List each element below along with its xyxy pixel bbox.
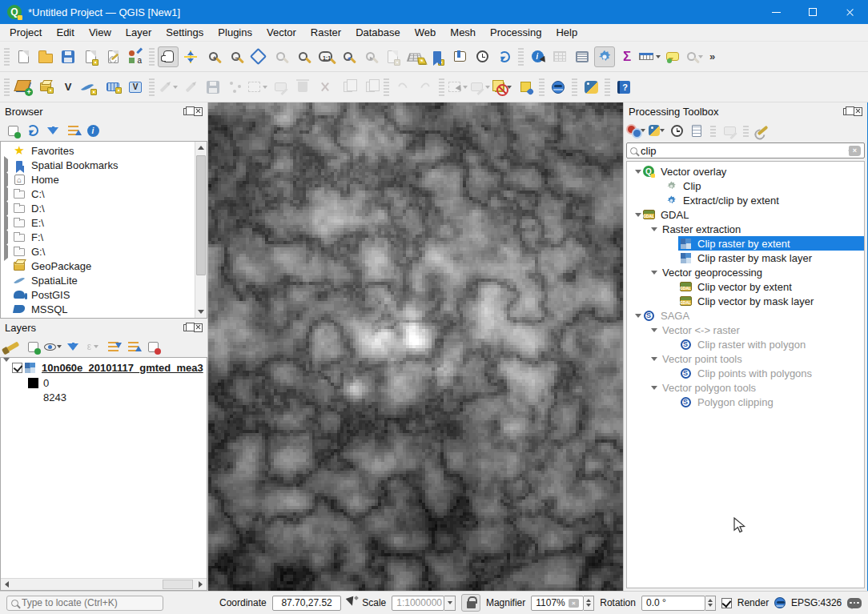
identify-features-button[interactable]: i — [527, 46, 548, 67]
toolbar-grip[interactable] — [572, 78, 577, 96]
collapse-all-button[interactable] — [124, 338, 142, 355]
zoom-last-button[interactable]: ◂ — [337, 46, 358, 67]
rotation-value[interactable]: 0.0 ° — [641, 596, 705, 611]
clear-search-icon[interactable]: × — [849, 146, 861, 156]
save-project-button[interactable] — [58, 46, 78, 67]
expand-all-button[interactable] — [104, 338, 122, 355]
pan-map-button[interactable] — [158, 46, 179, 67]
paste-features-button[interactable] — [360, 77, 380, 98]
digitize-button[interactable] — [225, 77, 246, 98]
locator-input[interactable] — [22, 597, 159, 608]
python-scripts-button[interactable] — [648, 122, 665, 139]
toolbox-alg[interactable]: GDALClip vector by extent — [627, 279, 864, 294]
expander-icon[interactable] — [651, 328, 657, 332]
toolbar-grip[interactable] — [539, 78, 545, 96]
close-button[interactable] — [831, 0, 868, 24]
browser-item-postgis[interactable]: PostGIS — [1, 287, 195, 302]
measure-button[interactable] — [639, 46, 661, 67]
expander-icon[interactable] — [635, 213, 641, 217]
filter-by-expression-button[interactable]: ε — [84, 338, 102, 355]
menu-view[interactable]: View — [82, 25, 119, 40]
toolbox-subgroup[interactable]: Vector geoprocessing — [627, 265, 864, 279]
menu-database[interactable]: Database — [348, 25, 408, 40]
browser-item-spatialite[interactable]: SpatiaLite — [1, 273, 195, 287]
history-button[interactable] — [668, 122, 685, 139]
messages-button[interactable] — [847, 598, 862, 608]
toolbar-grip[interactable] — [518, 48, 524, 66]
add-group-button[interactable] — [24, 338, 42, 355]
menu-raster[interactable]: Raster — [303, 25, 348, 40]
magnifier-value[interactable]: 1107%× — [531, 596, 584, 611]
toolbox-subgroup[interactable]: Vector polygon tools — [627, 380, 864, 395]
show-layout-manager-button[interactable] — [102, 46, 123, 67]
zoom-to-layer-button[interactable] — [292, 46, 313, 67]
select-features-button[interactable] — [448, 77, 468, 98]
scale-combo[interactable]: 1:1000000 — [392, 596, 456, 611]
new-mesh-layer-button[interactable] — [102, 77, 123, 98]
close-panel-button[interactable] — [194, 107, 203, 116]
toolbox-search-input[interactable] — [641, 145, 849, 157]
menu-vector[interactable]: Vector — [259, 25, 303, 40]
temporal-controller-button[interactable] — [472, 46, 492, 67]
browser-properties-button[interactable]: i — [84, 122, 102, 139]
new-spatialite-layer-button[interactable] — [80, 77, 101, 98]
expander-icon[interactable] — [4, 243, 8, 261]
zoom-to-selection-button[interactable] — [270, 46, 291, 67]
toolbox-subgroup[interactable]: Vector point tools — [627, 351, 864, 366]
scroll-left-button[interactable] — [1, 579, 13, 590]
scroll-thumb[interactable] — [196, 155, 206, 275]
vertex-tool-button[interactable] — [247, 77, 268, 98]
browser-collapse-all-button[interactable] — [64, 122, 82, 139]
modify-attributes-button[interactable] — [270, 77, 291, 98]
undo-button[interactable] — [392, 77, 413, 98]
open-project-button[interactable] — [35, 46, 56, 67]
toolbox-subgroup[interactable]: Raster extraction — [627, 222, 864, 236]
new-3d-map-view-button[interactable] — [404, 46, 425, 67]
delete-selected-button[interactable] — [292, 77, 313, 98]
select-by-location-button[interactable] — [515, 77, 536, 98]
coordinate-extents-icon[interactable] — [347, 597, 356, 608]
map-canvas[interactable] — [208, 102, 623, 591]
browser-vertical-scrollbar[interactable] — [195, 142, 207, 318]
scroll-track[interactable] — [13, 579, 195, 590]
cut-features-button[interactable] — [315, 77, 336, 98]
deselect-all-button[interactable] — [492, 77, 513, 98]
zoom-native-button[interactable]: 1:1 — [315, 46, 336, 67]
magnifier-spinner[interactable] — [584, 596, 594, 611]
filter-legend-button[interactable] — [64, 338, 82, 355]
map-tips-button[interactable] — [662, 46, 683, 67]
layers-horizontal-scrollbar[interactable] — [1, 578, 207, 590]
menu-settings[interactable]: Settings — [159, 25, 211, 40]
crs-status-button[interactable]: EPSG:4326 — [791, 597, 842, 608]
refresh-map-button[interactable] — [494, 46, 515, 67]
toolbox-subgroup[interactable]: Vector <-> raster — [627, 323, 864, 337]
map-canvas-area[interactable] — [208, 102, 623, 591]
toolbox-alg[interactable]: Clip raster by mask layer — [627, 251, 864, 265]
toolbox-group[interactable]: SSAGA — [627, 308, 864, 323]
browser-item-spatial-bookmarks[interactable]: Spatial Bookmarks — [1, 158, 195, 172]
expander-icon[interactable] — [635, 170, 641, 174]
browser-item-geopackage[interactable]: GeoPackage — [1, 259, 195, 273]
toolbox-alg[interactable]: SPolygon clipping — [627, 395, 864, 409]
expander-icon[interactable] — [651, 386, 657, 390]
close-panel-button[interactable] — [194, 323, 203, 332]
current-edits-button[interactable] — [158, 77, 179, 98]
menu-web[interactable]: Web — [408, 25, 444, 40]
new-project-button[interactable] — [13, 46, 34, 67]
scale-dropdown-button[interactable] — [444, 596, 456, 611]
browser-refresh-button[interactable] — [24, 122, 42, 139]
close-panel-button[interactable] — [854, 107, 862, 116]
toggle-editing-button[interactable] — [180, 77, 201, 98]
maximize-button[interactable] — [794, 0, 831, 24]
toolbox-alg[interactable]: SClip points with polygons — [627, 366, 864, 380]
menu-project[interactable]: Project — [2, 25, 49, 40]
toolbar-grip[interactable] — [4, 78, 10, 96]
float-panel-button[interactable] — [183, 324, 191, 331]
manage-map-themes-button[interactable] — [44, 338, 62, 355]
help-button[interactable]: ? — [613, 77, 634, 98]
zoom-out-button[interactable]: − — [225, 46, 246, 67]
toolbar-grip[interactable] — [149, 48, 155, 66]
style-manager-button[interactable]: a — [125, 46, 146, 67]
toolbox-options-button[interactable] — [753, 122, 771, 139]
open-attribute-table-button[interactable] — [549, 46, 570, 67]
